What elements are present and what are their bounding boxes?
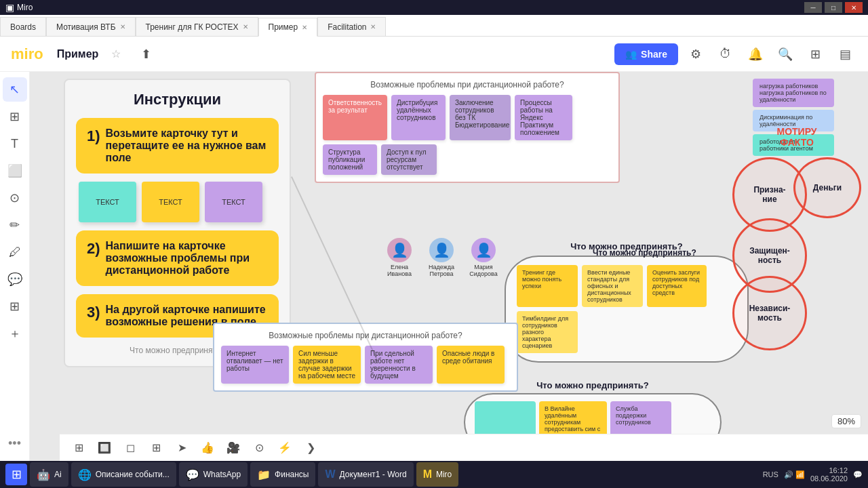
taskbar-item-ai[interactable]: 🤖 Ai: [30, 462, 68, 487]
tab-motivaciya-close[interactable]: ✕: [120, 23, 125, 30]
sidebar-tool-pencil[interactable]: ✏: [3, 213, 27, 237]
sticky-note-yellow[interactable]: ТЕКСТ: [142, 182, 199, 222]
taskbar-item-finances[interactable]: 📁 Финансы: [250, 462, 315, 487]
upload-button[interactable]: ⬆: [134, 42, 158, 66]
canvas-tool-lightning[interactable]: ⚡: [274, 437, 296, 459]
sticky-note-cyan[interactable]: ТЕКСТ: [79, 182, 136, 222]
maximize-button[interactable]: □: [825, 2, 842, 13]
cloud-title-bottom: Что можно предпринять?: [464, 380, 722, 390]
sidebar-tool-add[interactable]: ＋: [3, 321, 27, 346]
taskbar-item-miro[interactable]: M Miro: [416, 462, 459, 487]
tab-motivaciya-label: Мотивация ВТБ: [56, 22, 115, 32]
tab-boards-label: Boards: [10, 22, 36, 32]
main-area: ↖ ⊞ T ⬜ ⊙ ✏ 🖊 💬 ⊞ ＋ ••• Инструкции 1) Во…: [0, 72, 868, 461]
motiv-section: МОТИРУФАКТО Призна-ние Деньги Защищен-но…: [726, 126, 868, 327]
taskbar-item-browser[interactable]: 🌐 Описание событи...: [71, 462, 176, 487]
sticky-notes-row: ТЕКСТ ТЕКСТ ТЕКСТ: [76, 182, 279, 222]
sidebar-tool-text[interactable]: T: [3, 131, 27, 156]
tab-trening-label: Тренинг для ГК РОСТЕХ: [146, 22, 239, 32]
share-label: Share: [641, 49, 667, 60]
sidebar-tool-more[interactable]: •••: [3, 431, 27, 455]
timer-button[interactable]: ⏱: [713, 42, 738, 66]
tab-primer[interactable]: Пример ✕: [258, 18, 318, 37]
taskbar-item-word[interactable]: W Документ1 - Word: [318, 462, 413, 487]
star-button[interactable]: ☆: [104, 42, 128, 66]
avatar-1: 👤 Елена Иванова: [382, 238, 416, 277]
taskbar-word-label: Документ1 - Word: [340, 470, 407, 479]
sidebar-tool-comment[interactable]: 💬: [3, 267, 27, 291]
taskbar-browser-icon: 🌐: [78, 468, 92, 481]
cloud-card-0: Тренинг где можно понять успехи: [517, 265, 578, 307]
tr-card-1: нагрузка работников нагрузка работников …: [753, 79, 834, 107]
tab-boards[interactable]: Boards: [0, 17, 46, 36]
tab-facilitation-close[interactable]: ✕: [370, 23, 376, 30]
avatar-name-3: Мария Сидорова: [467, 264, 500, 277]
avatar-img-1: 👤: [387, 238, 412, 262]
taskbar-finances-label: Финансы: [275, 470, 309, 479]
problems-grid-middle: Интернет отваливает — нет работы Сил мен…: [221, 346, 510, 384]
toolbar: miro Пример ☆ ⬆ 👥 Share ⚙ ⏱ 🔔 🔍 ⊞ ▤: [0, 37, 868, 72]
app-icon: ▣: [5, 2, 14, 13]
cloud-card-2: Оценить заслуги сотрудников под доступны…: [647, 265, 707, 307]
problem-card-5: Доступ к пул ресурсам отсутствует: [381, 144, 437, 175]
taskbar-word-icon: W: [325, 468, 335, 481]
left-sidebar: ↖ ⊞ T ⬜ ⊙ ✏ 🖊 💬 ⊞ ＋ •••: [0, 72, 30, 461]
taskbar-miro-label: Miro: [436, 470, 452, 479]
canvas: Инструкции 1) Возьмите карточку тут и пе…: [30, 72, 868, 461]
taskbar-item-whatsapp[interactable]: 💬 WhatsApp: [179, 462, 248, 487]
avatar-name-1: Елена Иванова: [382, 264, 416, 277]
tab-trening[interactable]: Тренинг для ГК РОСТЕХ ✕: [136, 17, 258, 36]
problems-box-top: Возможные проблемы при дистанционной раб…: [315, 72, 620, 183]
settings-button[interactable]: ⚙: [684, 42, 708, 66]
canvas-tool-arrow[interactable]: ➤: [171, 437, 193, 459]
canvas-tool-like[interactable]: 👍: [197, 437, 218, 459]
avatar-name-2: Надежда Петрова: [425, 264, 458, 277]
motiv-title: МОТИРУФАКТО: [726, 126, 868, 148]
sidebar-tool-shapes[interactable]: ⬜: [3, 159, 27, 183]
canvas-tool-table[interactable]: ⊞: [145, 437, 167, 459]
share-button[interactable]: 👥 Share: [614, 43, 678, 65]
tab-primer-label: Пример: [269, 22, 298, 32]
tab-facilitation[interactable]: Facilitation ✕: [317, 17, 386, 36]
canvas-tool-more[interactable]: ❯: [300, 437, 321, 459]
pm-card-3: Опасные люди в среде обитания: [437, 346, 505, 384]
canvas-tool-shape[interactable]: ◻: [119, 437, 141, 459]
sidebar-tool-pen[interactable]: 🖊: [3, 240, 27, 264]
cloud-section-top: Что можно предпринять? Тренинг где можно…: [505, 241, 749, 363]
minimize-button[interactable]: ─: [804, 2, 822, 13]
sticky-note-purple[interactable]: ТЕКСТ: [205, 182, 262, 222]
taskbar: ⊞ 🤖 Ai 🌐 Описание событи... 💬 WhatsApp 📁…: [0, 461, 868, 488]
window-title: Miro: [17, 3, 33, 12]
canvas-tool-timer[interactable]: ⊙: [248, 437, 270, 459]
taskbar-time: 16:12 08.06.2020: [810, 466, 848, 483]
what-can-title-right: Что можно предпринять?: [593, 248, 696, 258]
tab-primer-close[interactable]: ✕: [302, 24, 307, 31]
close-button[interactable]: ✕: [845, 2, 863, 13]
canvas-tool-grid[interactable]: ⊞: [68, 437, 90, 459]
tab-trening-close[interactable]: ✕: [243, 23, 248, 30]
problem-card-4: Структура публикации положений: [323, 144, 377, 175]
problem-card-1: Дистрибуция удалённых сотрудников: [391, 95, 446, 140]
taskbar-notification-icon[interactable]: 💬: [853, 470, 863, 479]
panels-button[interactable]: ▤: [833, 42, 857, 66]
cloud-card-3: Тимбилдинг для сотрудников разного харак…: [517, 311, 578, 353]
avatar-img-3: 👤: [471, 238, 496, 262]
search-button[interactable]: 🔍: [773, 42, 797, 66]
venn-circle-money: Деньги: [793, 157, 861, 218]
grid-button[interactable]: ⊞: [803, 42, 827, 66]
taskbar-icons: 🔊 📶: [784, 470, 805, 479]
notifications-button[interactable]: 🔔: [743, 42, 768, 66]
taskbar-start[interactable]: ⊞: [5, 464, 27, 485]
canvas-tool-frame[interactable]: 🔲: [94, 437, 115, 459]
canvas-tool-video[interactable]: 🎥: [222, 437, 244, 459]
instruction-text-2: Напишите на карточке возможные проблемы …: [106, 240, 268, 277]
tab-motivaciya[interactable]: Мотивация ВТБ ✕: [46, 17, 135, 36]
pm-card-2: При сдельной работе нет уверенности в бу…: [365, 346, 433, 384]
sidebar-tool-frames[interactable]: ⊞: [3, 104, 27, 129]
taskbar-sys: RUS 🔊 📶 16:12 08.06.2020 💬: [763, 466, 863, 483]
board-title: Пример: [57, 48, 99, 60]
sidebar-tool-sticky[interactable]: ⊙: [3, 186, 27, 210]
avatar-3: 👤 Мария Сидорова: [467, 238, 500, 277]
sidebar-tool-apps[interactable]: ⊞: [3, 294, 27, 319]
sidebar-tool-select[interactable]: ↖: [3, 77, 27, 102]
